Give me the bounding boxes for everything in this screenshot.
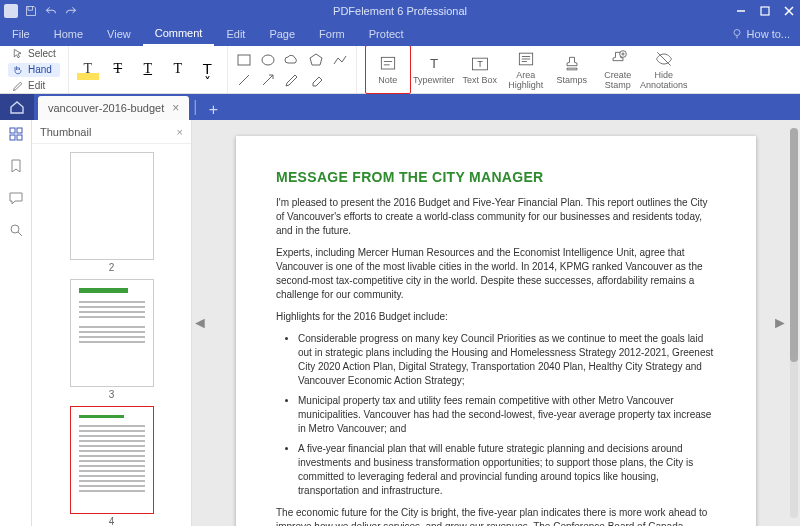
eraser-tool[interactable] — [308, 72, 324, 88]
paragraph: The economic future for the City is brig… — [276, 506, 716, 526]
doc-tab[interactable]: vancouver-2016-budget × — [38, 96, 189, 120]
thumbnail-item[interactable]: 3 — [70, 279, 154, 400]
thumbnails-icon[interactable] — [7, 125, 25, 143]
location-icon — [731, 28, 743, 40]
list-item: Considerable progress on many key Counci… — [298, 332, 716, 388]
side-toolbar — [0, 120, 32, 526]
oval-shape[interactable] — [260, 52, 276, 68]
menu-protect[interactable]: Protect — [357, 22, 416, 46]
close-tab-icon[interactable]: × — [172, 101, 179, 115]
prev-page-arrow[interactable]: ◄ — [194, 308, 206, 338]
doc-tab-label: vancouver-2016-budget — [48, 102, 164, 114]
cloud-shape[interactable] — [284, 52, 300, 68]
close-button[interactable] — [778, 0, 800, 22]
svg-text:T: T — [430, 56, 438, 71]
thumbnail-title: Thumbnail — [40, 126, 91, 138]
svg-rect-7 — [381, 57, 394, 69]
minimize-button[interactable] — [730, 0, 752, 22]
pencil-tool[interactable] — [284, 72, 300, 88]
scrollbar-thumb[interactable] — [790, 128, 798, 362]
hide-annotations-button[interactable]: Hide Annotations — [641, 45, 687, 95]
redo-icon[interactable] — [64, 4, 78, 18]
svg-line-6 — [239, 75, 249, 85]
thumbnail-item[interactable]: 4 — [70, 406, 154, 526]
menu-home[interactable]: Home — [42, 22, 95, 46]
svg-point-2 — [734, 30, 740, 36]
thumbnail-page[interactable] — [70, 406, 154, 514]
document-page: MESSAGE FROM THE CITY MANAGER I'm please… — [236, 136, 756, 526]
svg-rect-19 — [10, 128, 15, 133]
bullet-list: Considerable progress on many key Counci… — [276, 332, 716, 498]
ribbon: Select Hand Edit T T T T T̬ — [0, 46, 800, 94]
svg-rect-21 — [10, 135, 15, 140]
bookmark-icon[interactable] — [7, 157, 25, 175]
document-viewport[interactable]: ◄ MESSAGE FROM THE CITY MANAGER I'm plea… — [192, 120, 800, 526]
edit-tool[interactable]: Edit — [8, 79, 60, 93]
save-icon[interactable] — [24, 4, 38, 18]
how-to-link[interactable]: How to... — [731, 28, 800, 40]
polygon-shape[interactable] — [308, 52, 324, 68]
text-box-button[interactable]: TText Box — [457, 45, 503, 95]
add-tab-button[interactable]: + — [203, 100, 223, 120]
undo-icon[interactable] — [44, 4, 58, 18]
menubar: File Home View Comment Edit Page Form Pr… — [0, 22, 800, 46]
svg-line-24 — [18, 232, 22, 236]
thumbnail-page[interactable] — [70, 279, 154, 387]
menu-form[interactable]: Form — [307, 22, 357, 46]
caret-button[interactable]: T̬ — [197, 59, 219, 81]
menu-page[interactable]: Page — [257, 22, 307, 46]
menu-comment[interactable]: Comment — [143, 22, 215, 46]
thumbnail-item[interactable]: 2 — [70, 152, 154, 273]
maximize-button[interactable] — [754, 0, 776, 22]
svg-point-23 — [11, 225, 19, 233]
paragraph: I'm pleased to present the 2016 Budget a… — [276, 196, 716, 238]
svg-rect-22 — [17, 135, 22, 140]
svg-marker-5 — [310, 54, 322, 65]
arrow-tool[interactable] — [260, 72, 276, 88]
svg-point-4 — [262, 55, 274, 65]
area-highlight-button[interactable]: Area Highlight — [503, 45, 549, 95]
document-tabs: vancouver-2016-budget × | + — [0, 94, 800, 120]
app-logo — [4, 4, 18, 18]
menu-file[interactable]: File — [0, 22, 42, 46]
strikethrough-button[interactable]: T — [107, 59, 129, 81]
comments-icon[interactable] — [7, 189, 25, 207]
rectangle-shape[interactable] — [236, 52, 252, 68]
list-item: A five-year financial plan that will ena… — [298, 442, 716, 498]
svg-text:T: T — [477, 59, 483, 69]
page-heading: MESSAGE FROM THE CITY MANAGER — [276, 168, 716, 188]
svg-rect-3 — [238, 55, 250, 65]
typewriter-button[interactable]: TTypewriter — [411, 45, 457, 95]
list-item: Municipal property tax and utility fees … — [298, 394, 716, 436]
underline-button[interactable]: T — [137, 59, 159, 81]
home-tab[interactable] — [0, 94, 34, 120]
note-button[interactable]: Note — [365, 45, 411, 95]
app-title: PDFelement 6 Professional — [333, 5, 467, 17]
thumbnail-page[interactable] — [70, 152, 154, 260]
how-to-label: How to... — [747, 28, 790, 40]
close-panel-icon[interactable]: × — [177, 126, 183, 138]
svg-rect-1 — [761, 7, 769, 15]
connected-lines-shape[interactable] — [332, 52, 348, 68]
menu-view[interactable]: View — [95, 22, 143, 46]
svg-rect-20 — [17, 128, 22, 133]
highlight-button[interactable]: T — [77, 59, 99, 81]
squiggly-button[interactable]: T — [167, 59, 189, 81]
menu-edit[interactable]: Edit — [214, 22, 257, 46]
line-tool[interactable] — [236, 72, 252, 88]
next-page-arrow[interactable]: ► — [774, 308, 786, 338]
thumbnail-list[interactable]: 2 3 4 — [32, 144, 191, 526]
vertical-scrollbar[interactable] — [790, 128, 798, 518]
select-tool[interactable]: Select — [8, 47, 60, 61]
hand-tool[interactable]: Hand — [8, 63, 60, 77]
titlebar: PDFelement 6 Professional — [0, 0, 800, 22]
create-stamp-button[interactable]: Create Stamp — [595, 45, 641, 95]
paragraph: Experts, including Mercer Human Resource… — [276, 246, 716, 302]
search-icon[interactable] — [7, 221, 25, 239]
paragraph: Highlights for the 2016 Budget include: — [276, 310, 716, 324]
stamps-button[interactable]: Stamps — [549, 45, 595, 95]
workspace: Thumbnail × 2 3 — [0, 120, 800, 526]
thumbnail-panel: Thumbnail × 2 3 — [32, 120, 192, 526]
